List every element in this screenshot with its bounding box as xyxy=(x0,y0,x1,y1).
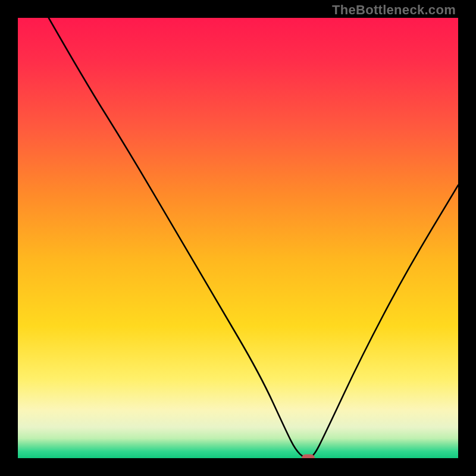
watermark-text: TheBottleneck.com xyxy=(332,2,456,18)
chart-container: TheBottleneck.com xyxy=(0,0,476,476)
bottleneck-curve xyxy=(49,18,458,458)
curve-svg xyxy=(18,18,458,458)
optimal-marker xyxy=(302,455,315,459)
plot-area xyxy=(18,18,458,458)
